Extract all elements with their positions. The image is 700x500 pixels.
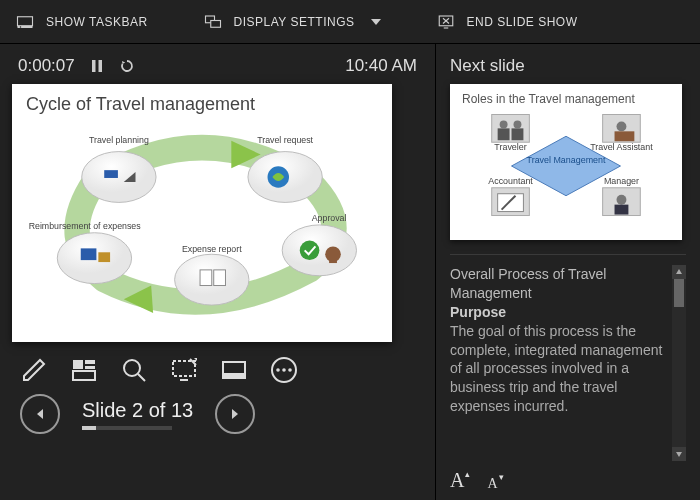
- svg-point-56: [500, 120, 508, 128]
- svg-marker-48: [232, 409, 238, 419]
- clock-time: 10:40 AM: [345, 56, 417, 76]
- end-slide-show-button[interactable]: END SLIDE SHOW: [437, 13, 578, 31]
- next-slide-preview[interactable]: Roles in the Travel management Travel Ma…: [450, 84, 682, 240]
- svg-rect-63: [615, 205, 629, 215]
- notes-scrollbar[interactable]: [672, 265, 686, 461]
- svg-rect-57: [498, 128, 510, 140]
- svg-rect-4: [210, 20, 220, 27]
- svg-point-44: [276, 368, 280, 372]
- svg-rect-0: [18, 16, 33, 25]
- svg-point-2: [20, 26, 22, 28]
- svg-point-21: [325, 246, 341, 262]
- current-slide-title: Cycle of Travel management: [26, 94, 378, 115]
- svg-point-62: [617, 195, 627, 205]
- svg-marker-70: [676, 452, 682, 457]
- notes-title: Overall Process of Travel Management: [450, 265, 666, 303]
- svg-point-20: [300, 241, 320, 261]
- current-slide-preview[interactable]: Cycle of Travel management: [12, 84, 392, 342]
- restart-timer-button[interactable]: [119, 58, 135, 74]
- svg-text:Expense report: Expense report: [182, 244, 242, 254]
- slide-nav: Slide 2 of 13: [12, 390, 423, 434]
- cycle-diagram: Travel planning Travel request Approval …: [26, 121, 378, 321]
- elapsed-time: 0:00:07: [18, 56, 75, 76]
- svg-rect-34: [85, 366, 95, 369]
- show-taskbar-label: SHOW TASKBAR: [46, 15, 148, 29]
- svg-text:Travel Management: Travel Management: [527, 155, 606, 165]
- end-slide-show-label: END SLIDE SHOW: [467, 15, 578, 29]
- svg-rect-42: [223, 373, 245, 378]
- svg-point-58: [514, 120, 522, 128]
- svg-marker-47: [37, 409, 43, 419]
- chevron-down-icon: [371, 19, 381, 25]
- see-all-slides-button[interactable]: [70, 356, 98, 384]
- more-options-button[interactable]: [270, 356, 298, 384]
- black-screen-button[interactable]: [170, 356, 198, 384]
- current-slide-panel: 0:00:07 10:40 AM Cycle of Travel managem…: [0, 44, 436, 500]
- prev-slide-button[interactable]: [20, 394, 60, 434]
- svg-text:Traveler: Traveler: [494, 142, 526, 152]
- svg-rect-17: [104, 170, 118, 178]
- svg-text:Manager: Manager: [604, 176, 639, 186]
- svg-text:Travel planning: Travel planning: [89, 135, 149, 145]
- slide-counter-block: Slide 2 of 13: [82, 399, 193, 430]
- notes-font-size-controls: A▴ A▾: [450, 461, 686, 492]
- show-taskbar-button[interactable]: SHOW TASKBAR: [16, 13, 148, 31]
- svg-text:Travel Assistant: Travel Assistant: [590, 142, 653, 152]
- decrease-font-button[interactable]: A▾: [487, 474, 502, 492]
- svg-rect-38: [173, 361, 195, 376]
- end-show-icon: [437, 13, 455, 31]
- svg-rect-23: [200, 270, 212, 286]
- next-slide-header: Next slide: [450, 56, 686, 76]
- scroll-thumb[interactable]: [674, 279, 684, 307]
- svg-rect-59: [512, 128, 524, 140]
- panel-divider: [450, 254, 686, 255]
- scroll-down-button[interactable]: [672, 447, 686, 461]
- svg-text:Approval: Approval: [312, 213, 347, 223]
- pause-button[interactable]: [89, 58, 105, 74]
- notes-purpose-label: Purpose: [450, 303, 666, 322]
- svg-rect-25: [81, 248, 97, 260]
- display-settings-icon: [204, 13, 222, 31]
- svg-rect-24: [214, 270, 226, 286]
- svg-rect-22: [329, 260, 337, 263]
- presenter-tools: [12, 342, 423, 390]
- taskbar-icon: [16, 13, 34, 31]
- roles-diagram: Travel Management ​ Traveler Travel Assi…: [462, 106, 670, 226]
- next-slide-panel: Next slide Roles in the Travel managemen…: [436, 44, 700, 500]
- svg-rect-61: [615, 131, 635, 141]
- display-settings-button[interactable]: DISPLAY SETTINGS: [204, 13, 381, 31]
- svg-point-45: [282, 368, 286, 372]
- svg-rect-33: [85, 360, 95, 364]
- svg-rect-26: [98, 252, 110, 262]
- increase-font-button[interactable]: A▴: [450, 469, 469, 492]
- presenter-topbar: SHOW TASKBAR DISPLAY SETTINGS END SLIDE …: [0, 0, 700, 44]
- notes-body: The goal of this process is the complete…: [450, 322, 666, 416]
- zoom-button[interactable]: [120, 356, 148, 384]
- display-settings-label: DISPLAY SETTINGS: [234, 15, 355, 29]
- svg-marker-69: [676, 269, 682, 274]
- slide-progress-track: [82, 426, 172, 430]
- svg-rect-32: [73, 360, 83, 369]
- svg-point-46: [288, 368, 292, 372]
- scroll-track[interactable]: [672, 279, 686, 447]
- svg-rect-7: [92, 60, 96, 72]
- svg-text:Reimbursement of expenses: Reimbursement of expenses: [29, 221, 142, 231]
- svg-rect-8: [98, 60, 102, 72]
- svg-text:Travel request: Travel request: [257, 135, 313, 145]
- svg-line-37: [138, 374, 145, 381]
- svg-rect-52: [492, 114, 530, 142]
- svg-point-36: [124, 360, 140, 376]
- scroll-up-button[interactable]: [672, 265, 686, 279]
- next-slide-title: Roles in the Travel management: [462, 92, 670, 106]
- svg-text:Accountant: Accountant: [488, 176, 533, 186]
- svg-point-60: [617, 121, 627, 131]
- svg-rect-35: [73, 371, 95, 380]
- subtitles-button[interactable]: [220, 356, 248, 384]
- svg-point-12: [82, 152, 156, 203]
- next-slide-button[interactable]: [215, 394, 255, 434]
- speaker-notes: Overall Process of Travel Management Pur…: [450, 265, 666, 461]
- slide-progress-fill: [82, 426, 96, 430]
- pen-tool-button[interactable]: [20, 356, 48, 384]
- slide-counter: Slide 2 of 13: [82, 399, 193, 422]
- timer-row: 0:00:07 10:40 AM: [12, 56, 423, 84]
